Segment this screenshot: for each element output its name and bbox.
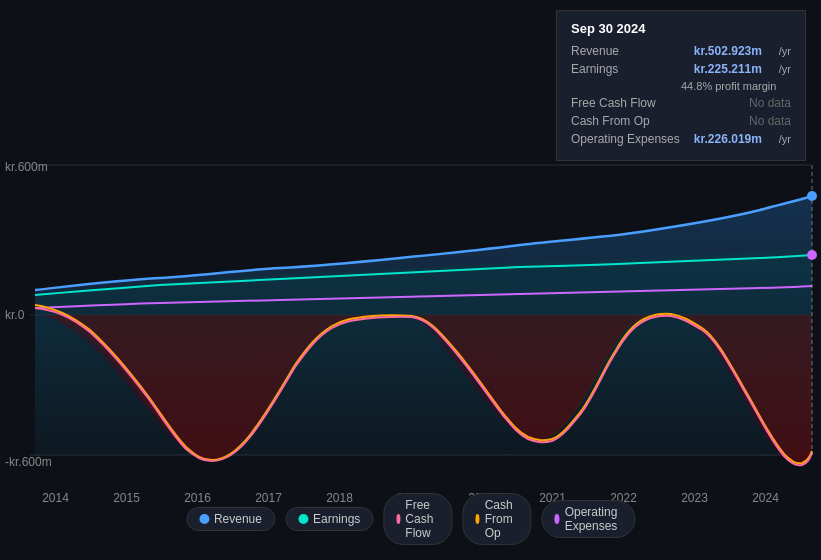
tooltip-panel: Sep 30 2024 Revenue kr.502.923m /yr Earn…: [556, 10, 806, 161]
y-label-bottom: -kr.600m: [5, 455, 52, 469]
chart-container: kr.600m kr.0 -kr.600m 2014 2015 2016 201…: [0, 0, 821, 560]
tooltip-opex-label: Operating Expenses: [571, 132, 681, 146]
legend-earnings-label: Earnings: [313, 512, 360, 526]
tooltip-date: Sep 30 2024: [571, 21, 791, 36]
legend-revenue[interactable]: Revenue: [186, 507, 275, 531]
legend-fcf[interactable]: Free Cash Flow: [383, 493, 452, 545]
legend-opex[interactable]: Operating Expenses: [541, 500, 635, 538]
tooltip-cashop-value: No data: [749, 114, 791, 128]
y-label-top: kr.600m: [5, 160, 48, 174]
tooltip-opex-unit: /yr: [779, 133, 791, 145]
svg-point-5: [807, 191, 817, 201]
tooltip-cashop-row: Cash From Op No data: [571, 114, 791, 128]
legend-earnings[interactable]: Earnings: [285, 507, 373, 531]
tooltip-fcf-label: Free Cash Flow: [571, 96, 681, 110]
tooltip-cashop-label: Cash From Op: [571, 114, 681, 128]
y-label-zero: kr.0: [5, 308, 24, 322]
legend-revenue-label: Revenue: [214, 512, 262, 526]
legend-opex-dot: [554, 514, 559, 524]
legend-revenue-dot: [199, 514, 209, 524]
tooltip-earnings-value: kr.225.211m: [694, 62, 762, 76]
legend-opex-label: Operating Expenses: [565, 505, 622, 533]
tooltip-earnings-unit: /yr: [779, 63, 791, 75]
tooltip-revenue-row: Revenue kr.502.923m /yr: [571, 44, 791, 58]
tooltip-opex-value: kr.226.019m: [694, 132, 762, 146]
tooltip-revenue-value: kr.502.923m: [694, 44, 762, 58]
tooltip-opex-row: Operating Expenses kr.226.019m /yr: [571, 132, 791, 146]
legend-cashop[interactable]: Cash From Op: [462, 493, 531, 545]
legend-cashop-label: Cash From Op: [485, 498, 519, 540]
legend-fcf-label: Free Cash Flow: [405, 498, 439, 540]
tooltip-earnings-row: Earnings kr.225.211m /yr: [571, 62, 791, 76]
svg-point-6: [807, 250, 817, 260]
x-label-2023: 2023: [681, 491, 708, 505]
x-label-2024: 2024: [752, 491, 779, 505]
chart-legend: Revenue Earnings Free Cash Flow Cash Fro…: [186, 493, 635, 545]
tooltip-earnings-label: Earnings: [571, 62, 681, 76]
tooltip-fcf-row: Free Cash Flow No data: [571, 96, 791, 110]
tooltip-revenue-label: Revenue: [571, 44, 681, 58]
tooltip-fcf-value: No data: [749, 96, 791, 110]
legend-cashop-dot: [475, 514, 479, 524]
x-label-2014: 2014: [42, 491, 69, 505]
legend-earnings-dot: [298, 514, 308, 524]
tooltip-profit-margin: 44.8% profit margin: [681, 80, 791, 92]
x-label-2015: 2015: [113, 491, 140, 505]
legend-fcf-dot: [396, 514, 400, 524]
tooltip-revenue-unit: /yr: [779, 45, 791, 57]
